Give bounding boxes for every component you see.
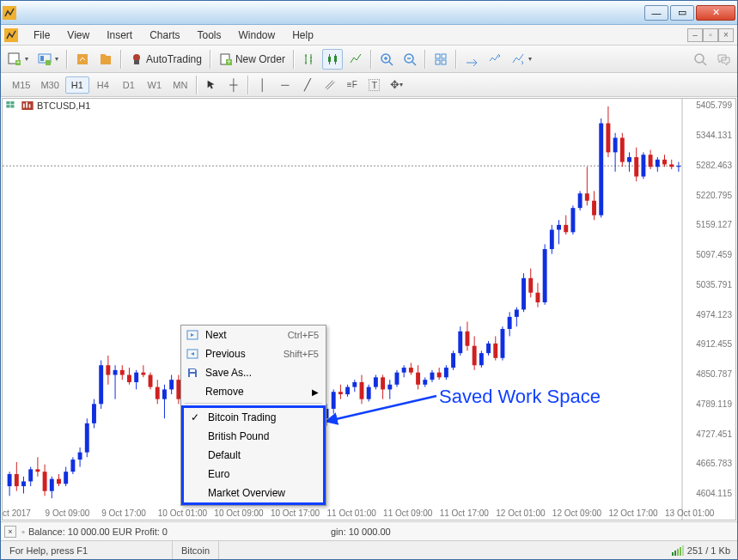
timeframe-h1[interactable]: H1 [65, 76, 89, 94]
market-watch-button[interactable] [72, 49, 93, 70]
svg-rect-224 [676, 166, 680, 167]
fibonacci-tool[interactable]: ≡F [342, 76, 363, 94]
svg-rect-202 [599, 124, 603, 216]
new-order-label: New Order [235, 53, 285, 65]
save-icon [186, 367, 198, 379]
objects-button[interactable]: ✥▾ [387, 76, 407, 94]
svg-rect-60 [99, 365, 103, 404]
terminal-close-button[interactable]: × [4, 526, 16, 538]
trendline-tool[interactable]: ╱ [297, 76, 318, 94]
ctx-remove[interactable]: Remove ▶ [181, 382, 326, 401]
profiles-button[interactable]: ▾ [34, 49, 62, 70]
chat-button[interactable] [713, 49, 734, 70]
indicators-button[interactable]: ▾ [508, 49, 535, 70]
svg-rect-162 [458, 332, 462, 353]
svg-rect-222 [669, 164, 674, 167]
menu-view[interactable]: View [58, 27, 98, 44]
svg-rect-214 [641, 155, 645, 176]
svg-rect-166 [473, 346, 477, 366]
close-button[interactable]: ✕ [696, 5, 735, 21]
previous-icon [186, 348, 198, 360]
terminal-balance: Balance: 10 000.00 EUR Profit: 0 [28, 527, 168, 537]
timeframe-d1[interactable]: D1 [117, 76, 141, 94]
horizontal-line-tool[interactable]: ─ [275, 76, 296, 94]
minimize-button[interactable]: — [644, 5, 668, 21]
text-tool[interactable]: T [364, 76, 385, 94]
y-tick-label: 5282.463 [696, 161, 732, 170]
ctx-save-as[interactable]: Save As... [181, 363, 326, 382]
timeframe-w1[interactable]: W1 [143, 76, 167, 94]
svg-rect-172 [493, 344, 497, 358]
ctx-save-as-label: Save As... [205, 367, 252, 379]
ctx-next[interactable]: Next Ctrl+F5 [181, 326, 326, 344]
chart-shift-button[interactable] [485, 49, 505, 70]
menubar: File View Insert Charts Tools Window Hel… [1, 25, 737, 46]
timeframe-m15[interactable]: M15 [8, 76, 34, 94]
vertical-line-tool[interactable]: │ [253, 76, 273, 94]
bar-chart-button[interactable] [299, 49, 320, 70]
ctx-profile-british-pound[interactable]: British Pound [184, 427, 323, 446]
mdi-restore-button[interactable]: ▫ [703, 28, 718, 42]
zoom-out-button[interactable] [399, 49, 420, 70]
svg-rect-70 [134, 373, 138, 382]
timeframe-h4[interactable]: H4 [91, 76, 115, 94]
svg-rect-156 [437, 373, 442, 378]
svg-rect-212 [634, 157, 638, 177]
search-button[interactable] [690, 49, 711, 70]
svg-rect-194 [570, 208, 575, 232]
autotrading-button[interactable]: AutoTrading [126, 49, 205, 70]
menu-help[interactable]: Help [284, 27, 322, 44]
chart-area[interactable]: BTCUSD,H1 5405.7995344.1315282.4635220.7… [2, 98, 736, 520]
menu-insert[interactable]: Insert [98, 27, 141, 44]
timeframe-mn[interactable]: MN [168, 76, 192, 94]
menu-file[interactable]: File [25, 27, 58, 44]
ctx-profile-label: Euro [208, 468, 229, 480]
titlebar[interactable]: — ▭ ✕ [1, 1, 737, 25]
zoom-in-button[interactable] [376, 49, 397, 70]
x-tick-label: 10 Oct 01:00 [158, 508, 207, 518]
menu-window[interactable]: Window [230, 27, 284, 44]
svg-rect-176 [508, 317, 512, 329]
svg-rect-42 [35, 469, 40, 472]
ctx-previous[interactable]: Previous Shift+F5 [181, 344, 326, 363]
svg-rect-24 [10, 101, 14, 104]
svg-rect-19 [442, 54, 446, 58]
timeframe-m30[interactable]: M30 [36, 76, 63, 94]
mdi-close-button[interactable]: × [718, 28, 734, 42]
cursor-tool[interactable] [201, 76, 222, 94]
svg-rect-152 [423, 380, 427, 385]
menu-charts[interactable]: Charts [141, 27, 188, 44]
y-tick-label: 4665.783 [696, 459, 732, 468]
svg-rect-18 [436, 54, 440, 58]
navigator-button[interactable] [95, 49, 116, 70]
ctx-profile-market-overview[interactable]: Market Overview [184, 484, 323, 502]
status-help: For Help, press F1 [1, 541, 173, 559]
svg-rect-188 [550, 229, 554, 249]
tile-windows-button[interactable] [430, 49, 451, 70]
equidistant-tool[interactable] [320, 76, 340, 94]
new-chart-button[interactable]: +▾ [4, 49, 32, 70]
new-order-button[interactable]: +New Order [216, 49, 289, 70]
svg-rect-148 [409, 368, 413, 373]
line-chart-button[interactable] [345, 49, 366, 70]
mdi-minimize-button[interactable]: – [687, 28, 703, 42]
svg-rect-44 [43, 472, 47, 491]
ctx-profile-euro[interactable]: Euro [184, 465, 323, 484]
ctx-profile-bitcoin-trading[interactable]: ✓Bitcoin Trading [184, 408, 323, 427]
svg-rect-168 [479, 353, 484, 365]
candle-chart-button[interactable] [322, 49, 343, 70]
svg-rect-40 [28, 469, 33, 481]
status-net-label: 251 / 1 Kb [687, 545, 730, 556]
menu-tools[interactable]: Tools [189, 27, 230, 44]
svg-rect-200 [592, 201, 596, 216]
connection-icon [672, 545, 684, 556]
svg-rect-208 [620, 137, 625, 161]
svg-rect-52 [70, 460, 75, 472]
svg-text:+: + [16, 58, 21, 66]
maximize-button[interactable]: ▭ [670, 5, 694, 21]
status-profile-tab[interactable]: Bitcoin [173, 541, 219, 559]
crosshair-tool[interactable]: ┼ [223, 76, 244, 94]
ctx-profile-default[interactable]: Default [184, 446, 323, 465]
auto-scroll-button[interactable] [461, 49, 482, 70]
y-tick-label: 5220.795 [696, 191, 732, 200]
